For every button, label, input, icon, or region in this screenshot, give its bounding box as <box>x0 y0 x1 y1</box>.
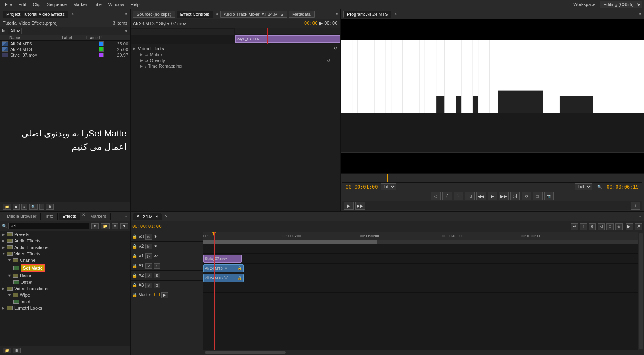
ec-expand-icon[interactable]: ▶ <box>319 21 323 26</box>
automate-btn[interactable]: ≡ <box>21 204 27 210</box>
info-tab[interactable]: Info <box>42 213 57 220</box>
v1-eye[interactable]: 👁 <box>154 254 158 258</box>
mark-out-btn[interactable]: { <box>442 192 452 200</box>
a1-s-btn[interactable]: S <box>154 263 160 269</box>
offset-item[interactable]: Offset <box>0 279 130 285</box>
menu-marker[interactable]: Marker <box>70 2 90 7</box>
a3-m-btn[interactable]: M <box>145 283 152 288</box>
ec-time-remapping[interactable]: ▶ / Time Remapping <box>132 63 338 69</box>
project-item-1[interactable]: Ali 24.MTS 25.00 <box>0 47 130 52</box>
inset-item[interactable]: Inset <box>0 298 130 305</box>
audio-transitions-folder[interactable]: ▶ Audio Transitions <box>0 244 130 251</box>
v3-lock[interactable]: 🔒 <box>132 234 137 239</box>
timeline-lift-btn[interactable]: ↑ <box>580 223 587 230</box>
ec-opacity[interactable]: ▶ fx Opacity ↺ <box>132 57 338 63</box>
track-row-v2[interactable]: Style_07.mov <box>203 254 638 264</box>
new-folder-btn[interactable]: 📁 <box>101 223 110 229</box>
insert-btn[interactable]: ▶ <box>344 202 354 210</box>
clip-ali-v[interactable]: Ali 24.MTS [V] 🔒 <box>203 264 244 272</box>
track-row-v1[interactable]: Ali 24.MTS [V] 🔒 ➡ <box>203 264 638 273</box>
goto-out-btn[interactable]: ▷| <box>510 192 520 200</box>
effects-menu[interactable]: ≡ <box>125 215 127 219</box>
effects-sort-btn[interactable]: ▼ <box>120 223 128 229</box>
preview-timecode-left[interactable]: 00:00:01:00 <box>346 184 378 190</box>
find-btn[interactable]: 🔍 <box>29 204 38 210</box>
timeline-snap-btn[interactable]: ◈ <box>615 223 623 230</box>
search-clear-btn[interactable]: ✕ <box>91 223 99 229</box>
sort-icon[interactable]: ▼ <box>124 29 128 33</box>
fit-select[interactable]: Fit <box>381 183 396 190</box>
a3-lock[interactable]: 🔒 <box>132 283 137 287</box>
timeline-scrollbar-h[interactable] <box>131 350 644 355</box>
track-row-v3[interactable] <box>203 244 638 254</box>
project-tab[interactable]: Project: Tutorial Video Effects <box>3 11 68 18</box>
safe-margins-btn[interactable]: □ <box>533 192 543 200</box>
a1-m-btn[interactable]: M <box>145 263 152 269</box>
project-tab-close[interactable]: ✕ <box>71 12 74 16</box>
new-bin-btn[interactable]: 📁 <box>3 204 11 210</box>
lumetri-folder[interactable]: ▶ Lumetri Looks <box>0 305 130 311</box>
new-item-btn[interactable]: ▶ <box>13 204 20 210</box>
wipe-folder[interactable]: ▼ Wipe <box>0 292 130 298</box>
menu-window[interactable]: Window <box>105 2 127 7</box>
clip-ali-a[interactable]: Ali 24.MTS [A] 🔒 <box>203 274 244 282</box>
work-area-indicator[interactable] <box>203 240 377 244</box>
a2-m-btn[interactable]: M <box>145 273 152 278</box>
camera-btn[interactable]: 📷 <box>544 192 554 200</box>
preview-tab[interactable]: Program: Ali 24.MTS <box>343 11 391 18</box>
opacity-reset[interactable]: ↺ <box>327 58 330 63</box>
timeline-mark-in-btn[interactable]: ◁ <box>598 223 605 230</box>
track-row-a3[interactable] <box>203 293 638 302</box>
v1-lock[interactable]: 🔒 <box>132 254 137 258</box>
delete-btn[interactable]: 🗑 <box>46 204 54 210</box>
step-back-btn[interactable]: ◀◀ <box>476 192 486 200</box>
mark-in-btn[interactable]: ◁ <box>431 192 441 200</box>
a3-s-btn[interactable]: S <box>154 283 160 288</box>
timeline-settings-btn[interactable]: ▶| <box>626 223 633 230</box>
effects-new-btn[interactable]: 📁 <box>3 348 11 353</box>
track-row-a2[interactable] <box>203 283 638 293</box>
menu-help[interactable]: Help <box>127 2 143 7</box>
distort-folder[interactable]: ▼ Distort <box>0 272 130 279</box>
timeline-extract-btn[interactable]: ⟪ <box>589 223 596 230</box>
a2-s-btn[interactable]: S <box>154 273 160 278</box>
clip-style07[interactable]: Style_07.mov <box>203 255 242 263</box>
video-effects-header[interactable]: ▶ Video Effects ↺ <box>132 45 338 52</box>
workspace-select[interactable]: Editing (CS5.5) <box>600 1 642 8</box>
video-effects-reset[interactable]: ↺ <box>334 46 338 51</box>
effects-view-btn[interactable]: ≡ <box>112 223 118 229</box>
preview-menu[interactable]: ≡ <box>639 12 641 16</box>
loop-btn[interactable]: ↺ <box>522 192 531 200</box>
ec-motion[interactable]: ▶ fx Motion <box>132 52 338 57</box>
v2-lock[interactable]: 🔒 <box>132 244 137 249</box>
effects-delete-btn[interactable]: 🗑 <box>13 348 21 353</box>
menu-edit[interactable]: Edit <box>15 2 30 7</box>
preview-close[interactable]: ✕ <box>394 12 397 16</box>
a2-lock[interactable]: 🔒 <box>132 273 137 278</box>
timeline-add-track-btn[interactable]: ↩ <box>571 223 578 230</box>
effects-tab-close[interactable]: ✕ <box>82 213 85 220</box>
master-expand[interactable]: ▶ <box>161 292 168 298</box>
play-btn[interactable]: ▶ <box>488 192 497 200</box>
a1-lock[interactable]: 🔒 <box>132 264 137 268</box>
effects-tab[interactable]: Effects <box>59 213 80 220</box>
ec-panel-menu[interactable]: ≡ <box>336 12 338 16</box>
menu-sequence[interactable]: Sequence <box>44 2 70 7</box>
track-row-a1[interactable]: Ali 24.MTS [A] 🔒 <box>203 273 638 283</box>
v3-eye[interactable]: 👁 <box>154 234 158 239</box>
full-select[interactable]: Full <box>575 183 592 190</box>
effect-controls-tab[interactable]: Effect Controls <box>177 11 213 18</box>
goto-in-btn[interactable]: |◁ <box>465 192 475 200</box>
project-item-2[interactable]: Style_07.mov 29.97 <box>0 52 130 58</box>
timeline-export-btn[interactable]: ↗ <box>635 223 642 230</box>
mark-out2-btn[interactable]: } <box>454 192 463 200</box>
effects-search-input[interactable] <box>8 223 89 229</box>
markers-tab[interactable]: Markers <box>86 213 111 220</box>
menu-title[interactable]: Title <box>90 2 105 7</box>
metadata-tab[interactable]: Metadata <box>289 11 315 18</box>
audio-track-tab[interactable]: Audio Track Mixer: Ali 24.MTS <box>220 11 287 18</box>
timeline-mark-clip-btn[interactable]: □ <box>606 223 614 230</box>
timeline-playhead-timecode[interactable]: 00:00:01:00 <box>132 224 162 229</box>
project-item-0[interactable]: Ali 24.MTS 25.00 <box>0 41 130 47</box>
menu-file[interactable]: File <box>2 2 15 7</box>
